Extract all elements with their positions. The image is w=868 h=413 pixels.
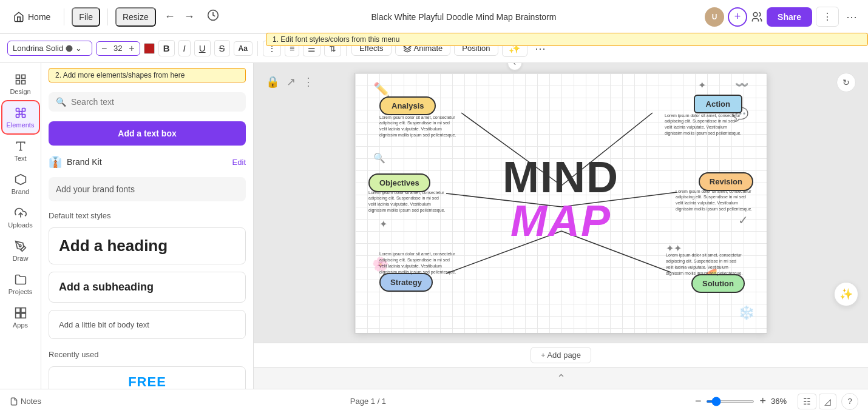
font-color-swatch[interactable] bbox=[144, 43, 155, 54]
subheading-style-item[interactable]: Add a subheading bbox=[49, 272, 246, 303]
svg-rect-6 bbox=[16, 81, 19, 84]
document-title: Black White Playful Doodle Mind Map Brai… bbox=[371, 12, 556, 22]
underline-button[interactable]: U bbox=[194, 40, 211, 56]
elements-icon bbox=[14, 106, 27, 119]
view-buttons: ☷ ◿ bbox=[798, 394, 836, 409]
add-brand-fonts-button[interactable]: Add your brand fonts bbox=[49, 177, 246, 201]
svg-rect-16 bbox=[15, 308, 20, 313]
font-dropdown-icon: ⌄ bbox=[75, 44, 82, 53]
font-family-selector[interactable]: Londrina Solid ⌄ bbox=[7, 41, 92, 56]
elements-label: Elements bbox=[7, 121, 35, 129]
font-size-plus-button[interactable]: + bbox=[127, 43, 135, 54]
case-button[interactable]: Aa bbox=[234, 41, 253, 56]
recently-used-label: Recently used bbox=[41, 343, 253, 363]
pages-expand-button[interactable]: ⌃ bbox=[552, 370, 569, 387]
sidebar-item-apps[interactable]: Apps bbox=[2, 301, 39, 334]
grid-layout-button[interactable]: ☷ bbox=[798, 394, 816, 409]
lorem-block-1: Lorem ipsum dolor sit amet, consectetur … bbox=[379, 115, 458, 138]
add-text-box-button[interactable]: Add a text box bbox=[49, 121, 246, 146]
map-word: MAP bbox=[503, 198, 619, 242]
undo-button[interactable]: ← bbox=[161, 7, 179, 27]
projects-label: Projects bbox=[8, 288, 33, 295]
sidebar-item-projects[interactable]: Projects bbox=[2, 268, 39, 300]
user-avatar[interactable]: U bbox=[705, 7, 724, 27]
zoom-slider[interactable] bbox=[706, 400, 754, 403]
redo-button[interactable]: → bbox=[180, 7, 198, 27]
panel-hint-bar: 2. Add more elements/shapes from here bbox=[49, 68, 246, 82]
strikethrough-button[interactable]: S bbox=[214, 40, 230, 56]
home-label: Home bbox=[28, 12, 50, 22]
refresh-button[interactable]: ↻ bbox=[836, 73, 856, 92]
fullscreen-button[interactable]: ◿ bbox=[819, 394, 836, 409]
team-icon bbox=[751, 11, 763, 23]
heading-text: Add a heading bbox=[59, 237, 168, 255]
zoom-in-button[interactable]: + bbox=[759, 395, 766, 408]
body-text: Add a little bit of body text bbox=[59, 320, 149, 329]
sidebar-item-text[interactable]: Text bbox=[2, 135, 39, 167]
svg-rect-5 bbox=[21, 81, 25, 84]
bold-button[interactable]: B bbox=[158, 40, 175, 56]
home-button[interactable]: Home bbox=[7, 8, 56, 26]
apps-label: Apps bbox=[13, 321, 28, 329]
search-input[interactable] bbox=[71, 97, 239, 107]
sidebar-item-brand[interactable]: Brand bbox=[2, 168, 39, 200]
add-page-button[interactable]: + Add page bbox=[531, 347, 591, 363]
uploads-label: Uploads bbox=[8, 221, 32, 229]
brand-icon bbox=[14, 173, 27, 186]
format-hint-bar: 1. Edit font styles/colors from this men… bbox=[266, 33, 868, 46]
undo-redo-group: ← → bbox=[161, 7, 198, 27]
sidebar-item-uploads[interactable]: Uploads bbox=[2, 201, 39, 233]
format-toolbar: Londrina Solid ⌄ − 32 + B I U S Aa ⋮ ≡ ☰… bbox=[0, 34, 868, 63]
node-solution[interactable]: Solution bbox=[691, 274, 745, 293]
brand-kit-icon: 👔 bbox=[49, 155, 62, 169]
canvas-area: ↻ 🔒 ↗ ⋮ ✏️ ✦ bbox=[254, 63, 868, 389]
mind-map-text: MIND MAP bbox=[503, 155, 619, 242]
free-text: FREE bbox=[128, 374, 166, 389]
node-analysis[interactable]: Analysis bbox=[379, 96, 436, 115]
more-options-button[interactable]: ⋯ bbox=[843, 7, 861, 27]
zoom-value: 36% bbox=[771, 397, 793, 406]
svg-point-15 bbox=[19, 245, 21, 247]
node-strategy[interactable]: Strategy bbox=[379, 273, 433, 292]
uploads-icon bbox=[14, 206, 27, 220]
zoom-out-button[interactable]: − bbox=[695, 395, 702, 408]
notes-button[interactable]: Notes bbox=[10, 397, 41, 406]
help-button[interactable]: ? bbox=[841, 393, 858, 410]
svg-rect-18 bbox=[15, 314, 20, 318]
history-button[interactable] bbox=[203, 5, 223, 28]
font-size-minus-button[interactable]: − bbox=[100, 43, 108, 54]
panel-hint-text: 2. Add more elements/shapes from here bbox=[55, 71, 185, 79]
lorem-block-3: Lorem ipsum dolor sit amet, consectetur … bbox=[368, 190, 447, 213]
design-icon bbox=[14, 73, 27, 86]
italic-button[interactable]: I bbox=[178, 40, 191, 56]
canvas-document[interactable]: ✏️ ✦ 〰️ 🔍 💬 🌸 🌈 ❄️ ✓ ✦✦ ✦ Analysis Actio… bbox=[354, 73, 767, 334]
heading-style-item[interactable]: Add a heading bbox=[49, 227, 246, 264]
recently-used-item[interactable]: FREE DELIVERY bbox=[49, 366, 246, 389]
home-icon bbox=[13, 12, 24, 22]
font-name-label: Londrina Solid bbox=[13, 44, 63, 53]
sidebar-item-elements[interactable]: Elements bbox=[2, 101, 39, 133]
node-action[interactable]: Action bbox=[694, 95, 742, 113]
avatar-initials: U bbox=[712, 13, 717, 21]
font-expand-icon bbox=[66, 45, 73, 52]
lorem-block-5: Lorem ipsum dolor sit amet, consectetur … bbox=[379, 251, 458, 275]
resize-button[interactable]: Resize bbox=[115, 7, 156, 27]
font-size-value: 32 bbox=[109, 44, 126, 53]
pages-bar: ⌃ bbox=[254, 367, 868, 389]
file-button[interactable]: File bbox=[72, 7, 100, 27]
sidebar-item-draw[interactable]: Draw bbox=[2, 235, 39, 267]
svg-rect-8 bbox=[16, 109, 19, 112]
body-style-item[interactable]: Add a little bit of body text bbox=[49, 310, 246, 339]
brand-kit-edit-button[interactable]: Edit bbox=[232, 158, 246, 167]
fmt-sep1 bbox=[257, 41, 258, 56]
notes-icon bbox=[10, 397, 18, 406]
share-button[interactable]: Share bbox=[767, 7, 812, 27]
invite-button[interactable]: + bbox=[728, 7, 747, 27]
lorem-block-2: Lorem ipsum dolor sit amet, consectetur … bbox=[665, 113, 744, 136]
grid-view-button[interactable]: ⋮ bbox=[816, 7, 839, 27]
brand-kit-header: 👔 Brand Kit Edit bbox=[41, 150, 253, 173]
title-area: Black White Playful Doodle Mind Map Brai… bbox=[228, 12, 700, 22]
brand-kit-title: Brand Kit bbox=[67, 157, 102, 167]
sidebar-item-design[interactable]: Design bbox=[2, 68, 39, 100]
ai-assistant-button[interactable]: ✨ bbox=[834, 282, 858, 306]
